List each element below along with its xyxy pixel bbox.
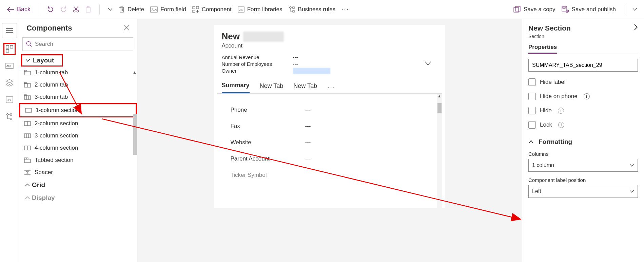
component-button[interactable]: Component [192,6,232,13]
save-publish-dropdown[interactable] [632,8,637,11]
rail-hamburger-button[interactable] [2,23,17,38]
layout-item-1col-tab[interactable]: 1-column tab [19,67,137,79]
svg-rect-7 [196,6,199,9]
save-publish-icon [562,6,569,13]
search-input[interactable] [35,41,130,48]
svg-point-28 [27,42,31,45]
info-icon[interactable]: i [558,122,564,128]
rail-components-button[interactable] [3,43,16,55]
check-hide[interactable]: Hide i [528,107,638,114]
tab-summary[interactable]: Summary [222,82,250,93]
group-display-header[interactable]: Display [19,191,137,204]
form-tabs: Summary New Tab New Tab ··· [214,78,445,93]
save-publish-label: Save and publish [572,6,616,13]
delete-button[interactable]: Delete [119,6,144,13]
scroll-up-arrow[interactable]: ▲ [133,70,137,75]
tab-new-1[interactable]: New Tab [260,82,284,93]
redo-button[interactable] [60,6,67,13]
tab-new-2[interactable]: New Tab [293,82,317,93]
header-field-row[interactable]: Annual Revenue --- [222,54,425,60]
layout-item-label: Spacer [35,169,53,176]
section-name-input[interactable] [528,59,638,72]
chevron-down-icon [108,8,113,11]
paste-button[interactable] [85,6,91,13]
business-rules-button[interactable]: Business rules [289,6,336,13]
layout-item-2col-section[interactable]: 2-column section [19,117,137,130]
save-publish-button[interactable]: Save and publish [562,6,616,13]
properties-subtitle: Section [528,34,638,39]
check-hide-phone[interactable]: Hide on phone i [528,93,638,100]
properties-panel: New Section Section Properties Hide labe… [522,19,644,262]
paste-dropdown[interactable] [108,8,113,11]
cut-button[interactable] [73,6,79,13]
chevron-down-icon [425,61,431,66]
ellipsis-icon: ··· [341,6,349,13]
rail-js-button[interactable]: JS [3,94,16,106]
checkbox[interactable] [528,93,536,100]
header-field-value: --- [293,54,298,60]
field-row[interactable]: Phone --- [231,102,435,118]
field-label: Ticker Symbol [231,172,305,179]
svg-rect-35 [25,108,32,112]
info-icon[interactable]: i [584,93,590,99]
checkbox[interactable] [528,107,536,114]
layout-item-tabbed-section[interactable]: Tabbed section [19,154,137,166]
hamburger-icon [6,28,13,33]
header-field-row[interactable]: Number of Employees --- [222,61,425,67]
section-scrollbar[interactable]: ▲ [437,94,442,208]
header-field-row[interactable]: Owner [222,68,425,74]
back-button[interactable]: Back [7,6,31,13]
separator [99,5,100,14]
components-search[interactable] [22,37,133,51]
checkbox[interactable] [528,78,536,86]
form-field-button[interactable]: Abc Form field [150,6,186,13]
scrollbar-thumb[interactable] [437,103,442,113]
group-layout-header[interactable]: Layout [21,54,63,67]
toolbar-overflow-button[interactable]: ··· [341,6,349,13]
save-copy-button[interactable]: Save a copy [513,6,555,13]
flow-icon [289,6,295,13]
layout-item-spacer[interactable]: Spacer [19,166,137,179]
layout-item-3col-tab[interactable]: 3-column tab [19,91,137,103]
group-grid-header[interactable]: Grid [19,179,137,191]
checkbox[interactable] [528,121,536,129]
svg-point-25 [6,114,8,115]
svg-text:JS: JS [239,8,243,12]
tab-2col-icon [24,82,31,88]
properties-tab[interactable]: Properties [528,44,557,54]
layout-item-1col-section[interactable]: 1-column section [19,103,137,117]
scroll-up-arrow[interactable]: ▲ [437,94,442,98]
check-lock[interactable]: Lock i [528,121,638,129]
field-row[interactable]: Website --- [231,134,435,151]
components-close-button[interactable] [124,24,129,32]
label-position-select[interactable]: Left [528,185,638,198]
scrollbar-thumb[interactable] [133,114,137,155]
header-field-label: Number of Employees [222,61,283,67]
field-row[interactable]: Ticker Symbol [231,167,435,183]
svg-rect-30 [24,70,26,71]
check-hide-label[interactable]: Hide label [528,78,638,86]
rail-rules-button[interactable] [3,111,16,123]
header-expand-button[interactable] [425,61,437,68]
check-label: Hide [540,107,552,114]
field-row[interactable]: Fax --- [231,118,435,134]
components-title: Components [26,24,72,33]
tabs-overflow-button[interactable]: ··· [327,83,335,92]
layout-item-3col-section[interactable]: 3-column section [19,130,137,142]
rail-layers-button[interactable] [3,77,16,89]
components-scrollbar[interactable] [133,73,137,175]
properties-expand-button[interactable] [634,24,638,32]
layout-item-2col-tab[interactable]: 2-column tab [19,79,137,91]
field-row[interactable]: Parent Account --- [231,151,435,167]
form-card[interactable]: New Account Annual Revenue --- Number of… [214,25,445,208]
form-libraries-button[interactable]: JS Form libraries [238,6,282,13]
formatting-group-header[interactable]: Formatting [528,138,638,146]
field-label: Phone [231,107,305,113]
undo-button[interactable] [47,6,54,13]
layout-item-4col-section[interactable]: 4-column section [19,142,137,154]
columns-select[interactable]: 1 column [528,159,638,172]
flow-rail-icon [6,113,13,120]
info-icon[interactable]: i [558,108,564,114]
rail-formfield-button[interactable]: Abc [3,60,16,72]
section-body[interactable]: Phone --- Fax --- Website --- Parent Acc… [217,93,442,208]
